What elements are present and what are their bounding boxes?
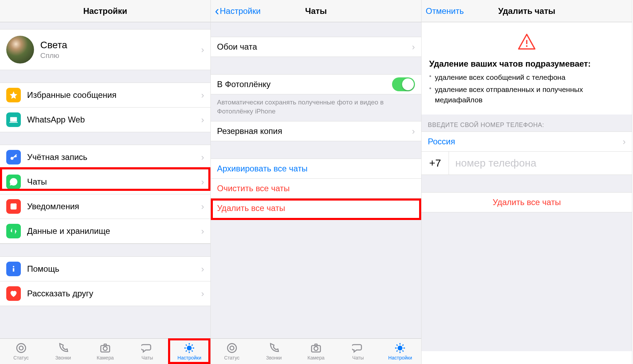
svg-point-16 <box>398 346 402 350</box>
tab-calls[interactable]: Звонки <box>253 339 295 364</box>
svg-rect-5 <box>13 268 14 272</box>
tabbar: Статус Звонки Камера Чаты Настройки <box>0 338 210 364</box>
label: Избранные сообщения <box>27 90 116 100</box>
tabbar: Статус Звонки Камера Чаты Настройки <box>211 338 421 364</box>
phone-input[interactable] <box>449 152 632 175</box>
group-help: Помощь › Рассказать другу › <box>0 256 210 306</box>
svg-point-6 <box>13 266 14 267</box>
chevron-right-icon: › <box>201 201 204 212</box>
help-cell[interactable]: Помощь › <box>0 257 210 281</box>
label: Обои чата <box>217 42 257 52</box>
label: Резервная копия <box>217 126 282 136</box>
starred-cell[interactable]: Избранные сообщения › <box>0 83 210 108</box>
chevron-right-icon: › <box>201 115 204 125</box>
group-shortcuts: Избранные сообщения › WhatsApp Web › <box>0 83 210 132</box>
bullet-item: удаление всех отправленных и полученных … <box>429 84 624 105</box>
label: Помощь <box>27 264 59 274</box>
label: Чаты <box>27 177 47 187</box>
navbar: ‹ Настройки Чаты <box>211 0 421 22</box>
tab-chats[interactable]: Чаты <box>337 339 379 364</box>
tab-settings[interactable]: Настройки <box>379 339 421 364</box>
svg-point-13 <box>230 346 234 350</box>
chevron-right-icon: › <box>412 126 415 137</box>
phone-header: ВВЕДИТЕ СВОЙ НОМЕР ТЕЛЕФОНА: <box>422 115 632 132</box>
svg-point-7 <box>17 344 26 353</box>
data-cell[interactable]: Данные и хранилище › <box>0 219 210 244</box>
svg-rect-1 <box>9 122 18 123</box>
phone-code: +7 <box>422 152 449 175</box>
content-area[interactable]: Обои чата › В Фотоплёнку Автоматически с… <box>211 22 421 338</box>
chevron-left-icon: ‹ <box>215 5 219 17</box>
chevron-right-icon: › <box>623 136 626 147</box>
svg-point-11 <box>188 346 191 350</box>
cameraroll-cell[interactable]: В Фотоплёнку <box>211 74 421 94</box>
archive-cell[interactable]: Архивировать все чаты <box>211 159 421 179</box>
tab-chats[interactable]: Чаты <box>126 339 168 364</box>
profile-status: Сплю <box>40 51 67 60</box>
label: Очистить все чаты <box>217 184 290 193</box>
group-settings: Учётная запись › Чаты › Уведомления › <box>0 145 210 244</box>
web-cell[interactable]: WhatsApp Web › <box>0 108 210 132</box>
nav-title: Чаты <box>305 6 327 16</box>
chevron-right-icon: › <box>201 44 204 55</box>
warning-icon <box>422 22 632 55</box>
label: Удалить все чаты <box>493 197 561 207</box>
tab-status[interactable]: Статус <box>211 339 253 364</box>
svg-point-8 <box>19 346 23 350</box>
info-icon <box>6 262 21 276</box>
notifications-cell[interactable]: Уведомления › <box>0 194 210 219</box>
label: Удалить все чаты <box>217 203 285 213</box>
nav-title: Удалить чаты <box>498 6 556 16</box>
content-area[interactable]: Удаление ваших чатов подразумевает: удал… <box>422 22 632 364</box>
key-icon <box>6 150 21 164</box>
data-arrows-icon <box>6 224 21 238</box>
settings-screen: Настройки Света Сплю › Избранные сообщен… <box>0 0 211 364</box>
svg-point-2 <box>10 157 14 160</box>
label: Рассказать другу <box>27 289 93 298</box>
chevron-right-icon: › <box>412 42 415 52</box>
tab-status[interactable]: Статус <box>0 339 42 364</box>
whatsapp-icon <box>6 175 21 189</box>
back-button[interactable]: ‹ Настройки <box>215 5 261 17</box>
svg-point-15 <box>314 347 318 350</box>
tab-calls[interactable]: Звонки <box>42 339 84 364</box>
label: Данные и хранилище <box>27 226 110 236</box>
delete-cell[interactable]: Удалить все чаты <box>211 198 421 218</box>
notification-icon <box>6 199 21 214</box>
svg-rect-0 <box>10 117 17 121</box>
profile-cell[interactable]: Света Сплю › <box>0 29 210 70</box>
bullet-item: удаление всех сообщений с телефона <box>429 72 624 82</box>
tab-settings[interactable]: Настройки <box>168 339 210 364</box>
label: Архивировать все чаты <box>217 164 308 173</box>
delete-chats-screen: Отменить Удалить чаты Удаление ваших чат… <box>422 0 632 364</box>
label: В Фотоплёнку <box>217 79 270 89</box>
wallpaper-cell[interactable]: Обои чата › <box>211 37 421 57</box>
bullet-list: удаление всех сообщений с телефона удале… <box>422 72 632 115</box>
chats-cell[interactable]: Чаты › <box>0 170 210 194</box>
svg-point-18 <box>526 45 528 47</box>
tell-friend-cell[interactable]: Рассказать другу › <box>0 281 210 306</box>
svg-point-10 <box>103 347 107 350</box>
cancel-button[interactable]: Отменить <box>426 6 464 16</box>
label: Уведомления <box>27 202 79 211</box>
chevron-right-icon: › <box>201 90 204 101</box>
chevron-right-icon: › <box>201 264 204 274</box>
navbar: Отменить Удалить чаты <box>422 0 632 22</box>
backup-cell[interactable]: Резервная копия › <box>211 121 421 141</box>
chevron-right-icon: › <box>201 226 204 237</box>
country-cell[interactable]: Россия › <box>422 132 632 151</box>
toggle-on[interactable] <box>392 77 415 91</box>
clear-cell[interactable]: Очистить все чаты <box>211 179 421 198</box>
navbar: Настройки <box>0 0 210 22</box>
delete-all-button[interactable]: Удалить все чаты <box>422 192 632 212</box>
laptop-icon <box>6 112 21 127</box>
label: WhatsApp Web <box>27 115 85 125</box>
chevron-right-icon: › <box>201 177 204 187</box>
heart-icon <box>6 286 21 301</box>
phone-row: +7 <box>422 151 632 175</box>
tab-camera[interactable]: Камера <box>84 339 126 364</box>
tab-camera[interactable]: Камера <box>295 339 337 364</box>
delete-heading: Удаление ваших чатов подразумевает: <box>422 55 632 72</box>
content-area[interactable]: Света Сплю › Избранные сообщения › Whats… <box>0 22 210 338</box>
account-cell[interactable]: Учётная запись › <box>0 145 210 170</box>
